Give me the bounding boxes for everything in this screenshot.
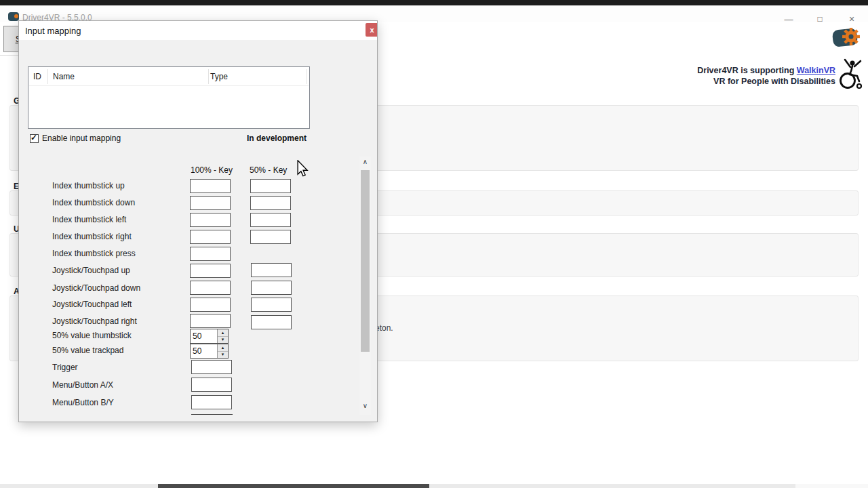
dialog-title: Input mapping xyxy=(25,26,81,36)
mapping-row-label: Joystick/Touchpad up xyxy=(52,266,130,275)
spinner-up-icon[interactable]: ▲ xyxy=(218,344,228,352)
mapping-row-label: Joystick/Touchpad left xyxy=(52,300,132,309)
bottom-strip-right xyxy=(795,484,868,488)
key-input-100[interactable] xyxy=(190,298,231,312)
key-input-100[interactable] xyxy=(191,395,232,409)
partial-background-text: eton. xyxy=(375,323,393,333)
status-badge: In development xyxy=(222,134,307,143)
toolbar-divider xyxy=(0,55,18,56)
scroll-up-icon[interactable]: ∧ xyxy=(359,157,371,166)
column-divider xyxy=(307,69,307,84)
key-input-100[interactable] xyxy=(190,213,231,227)
key-input-50[interactable] xyxy=(250,196,291,210)
mapping-row-label: Index thumbstick down xyxy=(52,198,135,207)
mapping-row-label: Index thumbstick right xyxy=(52,232,132,241)
column-divider xyxy=(208,69,209,84)
screen: Driver4VR - 5.5.0.0 — □ × GEUA S eton. D… xyxy=(0,0,868,488)
spinner-up-icon[interactable]: ▲ xyxy=(218,329,228,337)
mapping-row-label: 50% value trackpad xyxy=(52,346,123,355)
promo-text-line2: VR for People with Disabilities xyxy=(713,77,835,86)
spinner-value: 50 xyxy=(191,344,217,358)
walkinvr-link[interactable]: WalkinVR xyxy=(797,66,835,75)
mouse-cursor-icon xyxy=(296,160,309,180)
value-spinner[interactable]: 50▲▼ xyxy=(190,329,229,344)
mapping-row-label: Index thumbstick left xyxy=(52,215,126,224)
wheelchair-icon xyxy=(837,58,864,92)
dialog-titlebar[interactable]: Input mapping xyxy=(19,21,377,40)
key-input-100[interactable] xyxy=(191,360,232,374)
column-divider xyxy=(47,69,48,84)
key-input-50[interactable] xyxy=(250,230,291,244)
key-input-100[interactable] xyxy=(190,314,231,328)
minimize-icon[interactable]: — xyxy=(777,11,800,27)
key-input-100[interactable] xyxy=(190,179,231,193)
dialog-scrollbar[interactable]: ∧ ∨ xyxy=(359,157,371,415)
mapping-row-label: Joystick/Touchpad right xyxy=(52,317,137,326)
spinner-buttons: ▲▼ xyxy=(217,329,228,343)
top-video-strip xyxy=(0,0,868,5)
close-icon[interactable]: × xyxy=(840,11,863,27)
spinner-buttons: ▲▼ xyxy=(217,344,228,358)
mapping-row-label: Menu/Button A/X xyxy=(52,380,113,390)
key-input-100[interactable] xyxy=(190,230,231,244)
key-input-100[interactable] xyxy=(191,378,232,392)
mapping-row-label: Trigger xyxy=(52,363,78,372)
spinner-down-icon[interactable]: ▼ xyxy=(218,352,228,359)
column-header-name[interactable]: Name xyxy=(53,72,75,81)
column-header-id[interactable]: ID xyxy=(33,72,41,81)
key-input-50[interactable] xyxy=(250,179,291,193)
mapping-row-label: Joystick/Touchpad down xyxy=(52,283,140,293)
gear-icon xyxy=(841,26,861,49)
enable-input-mapping-label[interactable]: Enable input mapping xyxy=(42,134,121,143)
taskbar-fragment xyxy=(158,484,429,488)
key-column-header-50: 50% - Key xyxy=(250,165,287,175)
key-input-50[interactable] xyxy=(251,315,292,329)
walkinvr-promo: Driver4VR is supporting WalkinVR VR for … xyxy=(684,65,835,87)
maximize-icon[interactable]: □ xyxy=(808,11,831,27)
bottom-strip xyxy=(0,484,868,488)
mapping-row-label: 50% value thumbstick xyxy=(52,331,132,340)
check-icon: ✓ xyxy=(31,133,37,142)
app-logo-gear-icon xyxy=(14,14,18,18)
key-input-100[interactable] xyxy=(190,196,231,210)
spinner-down-icon[interactable]: ▼ xyxy=(218,337,228,344)
partial-next-input xyxy=(191,414,233,415)
app-titlebar[interactable]: Driver4VR - 5.5.0.0 — □ × xyxy=(0,5,868,22)
promo-text-line1: Driver4VR is supporting xyxy=(697,66,797,75)
mapping-row-label: Index thumbstick up xyxy=(52,181,125,190)
column-header-type[interactable]: Type xyxy=(210,72,228,81)
key-input-50[interactable] xyxy=(250,213,291,227)
mapping-list-table[interactable]: ID Name Type xyxy=(28,66,310,129)
mapping-row-label: Menu/Button B/Y xyxy=(52,398,114,407)
enable-input-mapping-checkbox[interactable]: ✓ xyxy=(30,134,39,143)
input-mapping-dialog: Input mapping x ID Name Type ✓ Enable in… xyxy=(18,20,378,422)
header-divider xyxy=(29,85,309,86)
key-input-100[interactable] xyxy=(190,264,231,278)
scroll-down-icon[interactable]: ∨ xyxy=(359,401,371,410)
mapping-row-label: Index thumbstick press xyxy=(52,249,136,258)
key-input-50[interactable] xyxy=(251,263,292,277)
key-column-header-100: 100% - Key xyxy=(191,165,233,175)
dialog-close-button[interactable]: x xyxy=(366,23,378,37)
spinner-value: 50 xyxy=(191,329,217,343)
key-input-50[interactable] xyxy=(251,298,292,312)
key-input-50[interactable] xyxy=(251,281,292,295)
key-input-100[interactable] xyxy=(190,247,231,261)
key-input-100[interactable] xyxy=(190,281,231,295)
scrollbar-thumb[interactable] xyxy=(361,170,370,352)
value-spinner[interactable]: 50▲▼ xyxy=(190,344,229,359)
